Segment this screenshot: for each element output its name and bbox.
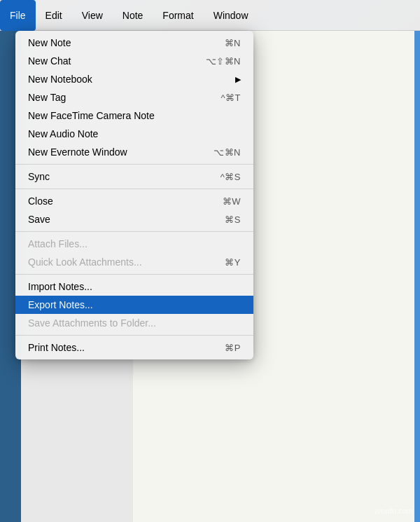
right-accent-panel: [414, 31, 420, 522]
menu-item-label: Attach Files...: [28, 238, 241, 249]
menu-item-label: Import Notes...: [28, 281, 241, 292]
menu-item-shortcut: ⌥⇧⌘N: [206, 56, 241, 67]
menu-separator-9: [15, 188, 253, 189]
menu-item-label: New FaceTime Camera Note: [28, 110, 241, 121]
menu-item-save[interactable]: Save⌘S: [15, 210, 253, 228]
menu-item-label: Close: [28, 195, 209, 207]
menubar-view[interactable]: View: [72, 0, 113, 31]
menu-separator-15: [15, 274, 253, 275]
menu-separator-19: [15, 335, 253, 336]
menu-item-shortcut: ⌘N: [225, 38, 241, 48]
menu-item-new-note[interactable]: New Note⌘N: [15, 34, 253, 52]
menu-item-label: New Evernote Window: [28, 146, 200, 158]
menu-item-shortcut: ^⌘T: [220, 92, 241, 103]
menu-item-close[interactable]: Close⌘W: [15, 192, 253, 210]
menu-item-print-notes-[interactable]: Print Notes...⌘P: [15, 338, 253, 357]
menubar-file[interactable]: File: [0, 0, 36, 31]
menu-item-quick-look-attachments-: Quick Look Attachments...⌘Y: [15, 253, 253, 271]
menu-item-shortcut: ⌘W: [223, 196, 241, 207]
watermark: wsxdn.com: [374, 507, 413, 515]
menu-item-shortcut: ⌘P: [225, 343, 241, 353]
menu-item-new-tag[interactable]: New Tag^⌘T: [15, 88, 253, 107]
menu-item-export-notes-[interactable]: Export Notes...: [15, 296, 253, 314]
menu-item-new-evernote-window[interactable]: New Evernote Window⌥⌘N: [15, 143, 253, 161]
menu-item-label: Sync: [28, 171, 206, 182]
menu-item-new-facetime-camera-note[interactable]: New FaceTime Camera Note: [15, 107, 253, 125]
menubar: File Edit View Note Format Window: [0, 0, 420, 31]
menu-separator-12: [15, 231, 253, 232]
menu-item-import-notes-[interactable]: Import Notes...: [15, 277, 253, 296]
menu-item-label: New Tag: [28, 92, 206, 103]
menu-item-shortcut: ^⌘S: [220, 172, 241, 182]
menu-item-new-notebook[interactable]: New Notebook▶: [15, 70, 253, 88]
menu-item-label: Save: [28, 214, 211, 225]
menu-separator-7: [15, 164, 253, 165]
menu-item-new-audio-note[interactable]: New Audio Note: [15, 125, 253, 143]
menu-item-label: New Audio Note: [28, 128, 241, 139]
menu-item-label: Save Attachments to Folder...: [28, 317, 241, 329]
submenu-arrow-icon: ▶: [235, 75, 241, 84]
menu-item-label: New Note: [28, 37, 211, 48]
menu-item-label: New Chat: [28, 55, 192, 67]
file-menu-dropdown: New Note⌘NNew Chat⌥⇧⌘NNew Notebook▶New T…: [15, 31, 253, 359]
menu-item-shortcut: ⌘Y: [225, 257, 241, 268]
menubar-format[interactable]: Format: [153, 0, 203, 31]
menu-item-shortcut: ⌘S: [225, 214, 241, 225]
menu-item-new-chat[interactable]: New Chat⌥⇧⌘N: [15, 52, 253, 70]
menubar-edit[interactable]: Edit: [36, 0, 72, 31]
menu-item-label: New Notebook: [28, 74, 228, 85]
menu-item-shortcut: ⌥⌘N: [214, 147, 241, 158]
menu-item-label: Print Notes...: [28, 342, 211, 353]
menu-item-label: Quick Look Attachments...: [28, 256, 211, 268]
menu-item-attach-files-: Attach Files...: [15, 235, 253, 253]
menubar-note[interactable]: Note: [113, 0, 153, 31]
menu-item-save-attachments-to-folder-: Save Attachments to Folder...: [15, 314, 253, 332]
menu-item-label: Export Notes...: [28, 299, 241, 310]
menubar-window[interactable]: Window: [204, 0, 258, 31]
menu-item-sync[interactable]: Sync^⌘S: [15, 167, 253, 186]
